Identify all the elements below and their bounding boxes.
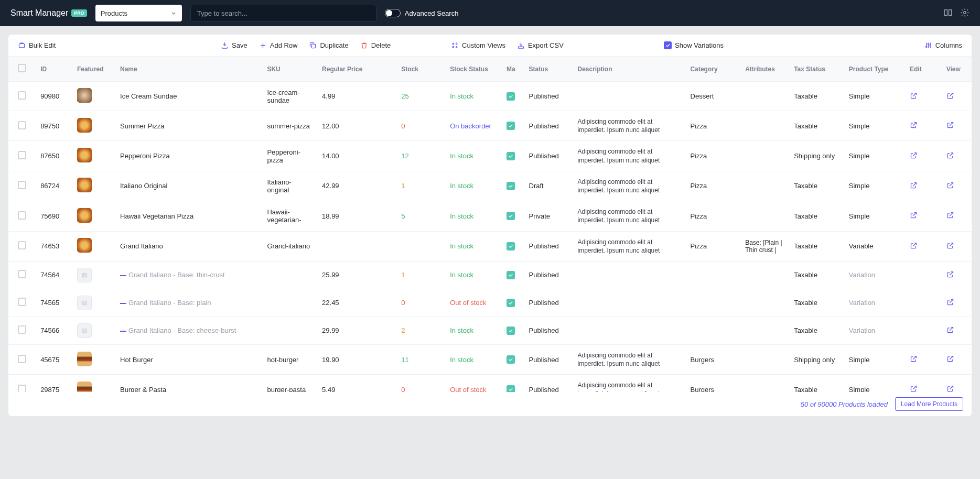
row-checkbox[interactable] <box>18 121 26 129</box>
view-link-icon[interactable] <box>946 386 954 392</box>
row-checkbox[interactable] <box>18 385 26 392</box>
column-header[interactable]: Featured <box>72 57 115 82</box>
row-checkbox[interactable] <box>18 181 26 189</box>
table-row[interactable]: 74564▨Grand Italiano - Base: thin-crust2… <box>8 261 972 289</box>
cell-sku: hot-burger <box>262 344 317 374</box>
view-link-icon[interactable] <box>946 356 954 364</box>
column-header[interactable]: View <box>941 57 972 82</box>
cell-id: 29875 <box>35 375 72 392</box>
table-row[interactable]: 29875Burger & Pastaburger-pasta5.490Out … <box>8 375 972 392</box>
bulk-edit-button[interactable]: Bulk Edit <box>18 41 56 49</box>
view-link-icon[interactable] <box>946 300 954 308</box>
cell-featured: ▨ <box>72 317 115 344</box>
column-header[interactable]: Stock <box>396 57 445 82</box>
delete-button[interactable]: Delete <box>360 41 391 49</box>
view-link-icon[interactable] <box>946 328 954 335</box>
view-link-icon[interactable] <box>946 93 954 101</box>
row-checkbox[interactable] <box>18 91 26 100</box>
cell-name: Hot Burger <box>115 344 262 374</box>
table-row[interactable]: 45675Hot Burgerhot-burger19.9011In stock… <box>8 344 972 374</box>
cell-ptype: Simple <box>844 82 904 111</box>
row-checkbox[interactable] <box>18 298 26 306</box>
column-header[interactable]: Product Type <box>844 57 904 82</box>
column-header[interactable]: Status <box>524 57 573 82</box>
image-placeholder-icon: ▨ <box>77 323 92 338</box>
table-head: IDFeaturedNameSKURegular PriceStockStock… <box>8 57 972 82</box>
column-header[interactable]: ID <box>35 57 72 82</box>
row-checkbox[interactable] <box>18 355 26 363</box>
export-csv-button[interactable]: Export CSV <box>517 41 564 49</box>
edit-link-icon[interactable] <box>910 243 918 251</box>
table-row[interactable]: 89750Summer Pizzasummer-pizza12.000On ba… <box>8 111 972 141</box>
search-input[interactable] <box>197 9 370 17</box>
edit-link-icon[interactable] <box>910 386 918 392</box>
duplicate-button[interactable]: Duplicate <box>309 41 348 49</box>
cell-attributes <box>740 171 789 201</box>
svg-point-8 <box>925 46 927 48</box>
row-checkbox[interactable] <box>18 241 26 249</box>
select-all-checkbox[interactable] <box>18 64 26 72</box>
edit-link-icon[interactable] <box>910 93 918 101</box>
table-row[interactable]: 87650Pepperoni PizzaPepperoni-pizza14.00… <box>8 141 972 171</box>
columns-button[interactable]: Columns <box>924 41 962 49</box>
cell-id: 74564 <box>35 261 72 289</box>
table-row[interactable]: 90980Ice Cream SundaeIce-cream-sundae4.9… <box>8 82 972 111</box>
view-link-icon[interactable] <box>946 123 954 130</box>
cell-attributes <box>740 141 789 171</box>
search-input-wrapper[interactable] <box>190 5 376 21</box>
edit-link-icon[interactable] <box>910 213 918 221</box>
column-header[interactable]: Attributes <box>740 57 789 82</box>
add-row-button[interactable]: Add Row <box>259 41 298 49</box>
table-row[interactable]: 75690Hawaii Vegetarian PizzaHawaii-veget… <box>8 201 972 231</box>
edit-link-icon[interactable] <box>910 183 918 191</box>
edit-link-icon[interactable] <box>910 356 918 364</box>
cell-name: Grand Italiano - Base: cheese-burst <box>115 317 262 344</box>
table-row[interactable]: 74565▨Grand Italiano - Base: plain22.450… <box>8 289 972 317</box>
table-row[interactable]: 86724Italiano OriginalItaliano-original4… <box>8 171 972 201</box>
edit-link-icon[interactable] <box>910 153 918 161</box>
save-button[interactable]: Save <box>221 41 247 49</box>
product-name: Ice Cream Sundae <box>120 92 177 100</box>
cell-attributes: Base: [Plain | Thin crust | <box>740 231 789 261</box>
table-row[interactable]: 74566▨Grand Italiano - Base: cheese-burs… <box>8 317 972 344</box>
view-link-icon[interactable] <box>946 153 954 161</box>
cell-manage <box>501 289 524 317</box>
edit-link-icon[interactable] <box>910 123 918 130</box>
show-variations-toggle[interactable]: Show Variations <box>664 41 724 49</box>
row-checkbox[interactable] <box>18 151 26 159</box>
view-link-icon[interactable] <box>946 183 954 191</box>
column-header[interactable]: Edit <box>904 57 941 82</box>
column-header[interactable]: Regular Price <box>317 57 396 82</box>
check-badge-icon <box>507 152 515 160</box>
view-link-icon[interactable] <box>946 272 954 280</box>
cell-category: Burgers <box>685 375 740 392</box>
column-header[interactable]: Category <box>685 57 740 82</box>
check-badge-icon <box>507 271 515 279</box>
column-header[interactable]: Name <box>115 57 262 82</box>
checkbox-checked-icon <box>664 41 672 49</box>
load-more-button[interactable]: Load More Products <box>895 397 963 411</box>
column-header[interactable]: Stock Status <box>445 57 501 82</box>
advanced-search-toggle[interactable]: Advanced Search <box>385 9 459 17</box>
view-link-icon[interactable] <box>946 213 954 221</box>
row-checkbox[interactable] <box>18 325 26 334</box>
product-thumbnail <box>77 118 92 133</box>
column-header[interactable]: Ma <box>501 57 524 82</box>
row-checkbox[interactable] <box>18 270 26 278</box>
column-header[interactable]: Tax Status <box>789 57 844 82</box>
toggle-pill[interactable] <box>385 9 401 17</box>
column-header[interactable] <box>8 57 35 82</box>
custom-views-button[interactable]: Custom Views <box>451 41 505 49</box>
table-scroll[interactable]: IDFeaturedNameSKURegular PriceStockStock… <box>8 57 972 392</box>
post-type-select[interactable]: Products <box>95 5 182 21</box>
table-row[interactable]: 74653Grand ItalianoGrand-italianoIn stoc… <box>8 231 972 261</box>
docs-icon[interactable] <box>943 8 953 19</box>
cell-view <box>941 111 972 141</box>
cell-stock: 0 <box>396 375 445 392</box>
view-link-icon[interactable] <box>946 243 954 251</box>
gear-icon[interactable] <box>960 8 970 19</box>
cell-manage <box>501 141 524 171</box>
column-header[interactable]: SKU <box>262 57 317 82</box>
row-checkbox[interactable] <box>18 211 26 220</box>
column-header[interactable]: Description <box>573 57 685 82</box>
